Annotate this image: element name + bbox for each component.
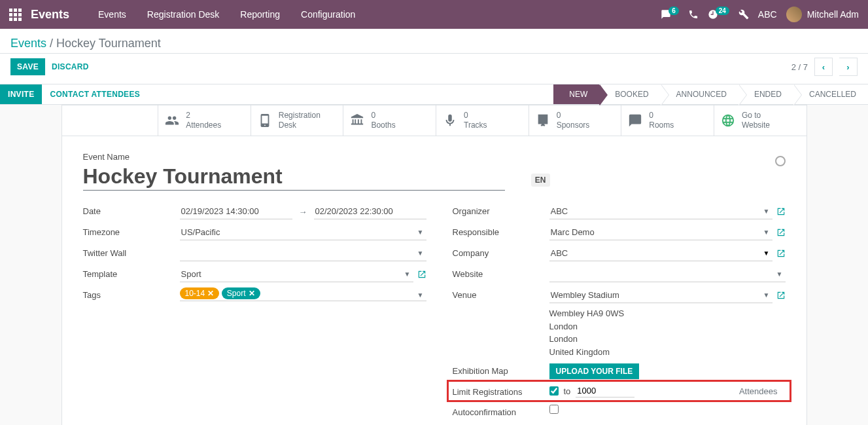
nav-reporting[interactable]: Reporting — [230, 1, 290, 28]
venue-address: Wembley HA9 0WS London London United Kin… — [549, 307, 786, 358]
control-panel-bottom: SAVE DISCARD 2 / 7 ‹ › — [0, 54, 868, 84]
microphone-icon — [443, 113, 457, 128]
venue-select[interactable]: ▼ — [549, 287, 773, 303]
header-right: 6 24 ABC Mitchell Adm — [661, 7, 859, 22]
activities-badge: 24 — [716, 7, 729, 15]
website-label: Website — [453, 267, 549, 279]
event-name-input[interactable] — [83, 163, 505, 191]
apps-icon[interactable] — [9, 9, 22, 21]
top-navbar: Events Events Registration Desk Reportin… — [0, 0, 868, 29]
venue-label: Venue — [453, 287, 549, 300]
breadcrumb: Events / Hockey Tournament — [10, 37, 858, 50]
discard-button[interactable]: DISCARD — [45, 58, 95, 75]
company-select[interactable]: ▼ — [549, 246, 773, 261]
stat-row: 2Attendees RegistrationDesk 0Booths 0Tra… — [62, 105, 807, 136]
timezone-label: Timezone — [83, 225, 180, 237]
bank-icon — [350, 113, 364, 128]
stage-announced[interactable]: ANNOUNCED — [661, 84, 738, 104]
stat-booths[interactable]: 0Booths — [343, 105, 436, 136]
organizer-label: Organizer — [453, 204, 549, 216]
date-start-input[interactable] — [180, 204, 292, 219]
stage-cancelled[interactable]: CANCELLED — [793, 84, 868, 104]
limit-value-input[interactable] — [576, 384, 634, 397]
kanban-state-icon[interactable] — [775, 156, 786, 166]
date-label: Date — [83, 204, 180, 216]
stat-rooms[interactable]: 0Rooms — [621, 105, 714, 136]
template-select[interactable]: ▼ — [180, 267, 413, 282]
external-link-icon[interactable] — [776, 228, 786, 237]
external-link-icon[interactable] — [776, 291, 786, 300]
responsible-select[interactable]: ▼ — [549, 225, 773, 240]
mobile-icon — [258, 113, 272, 128]
stat-tracks[interactable]: 0Tracks — [436, 105, 529, 136]
external-link-icon[interactable] — [417, 270, 426, 279]
messages-badge: 6 — [668, 7, 679, 15]
activities-icon[interactable]: 24 — [708, 9, 729, 20]
stat-registration-desk[interactable]: RegistrationDesk — [251, 105, 343, 136]
tag[interactable]: 10-14 ✕ — [180, 287, 220, 299]
stat-sponsors[interactable]: 0Sponsors — [529, 105, 621, 136]
organizer-select[interactable]: ▼ — [549, 204, 773, 219]
form-sheet: 2Attendees RegistrationDesk 0Booths 0Tra… — [61, 105, 807, 425]
tag-remove-icon[interactable]: ✕ — [249, 289, 255, 298]
stage-flow: NEW BOOKED ANNOUNCED ENDED CANCELLED — [553, 84, 868, 104]
external-link-icon[interactable] — [776, 249, 786, 258]
nav-registration-desk[interactable]: Registration Desk — [137, 1, 230, 28]
top-menu: Events Registration Desk Reporting Confi… — [88, 1, 366, 28]
globe-icon — [721, 113, 735, 128]
contact-attendees-button[interactable]: CONTACT ATTENDEES — [42, 84, 148, 104]
chat-icon — [628, 113, 642, 128]
pager: 2 / 7 ‹ › — [791, 58, 858, 76]
user-name: Mitchell Adm — [807, 9, 859, 20]
limit-registrations-highlight: Limit Registrations to Attendees — [447, 380, 791, 402]
external-link-icon[interactable] — [776, 207, 786, 216]
limit-to-text: to — [564, 386, 571, 396]
pager-next[interactable]: › — [839, 58, 858, 76]
stat-attendees[interactable]: 2Attendees — [158, 105, 251, 136]
stat-website[interactable]: Go toWebsite — [714, 105, 807, 136]
tag[interactable]: Sport ✕ — [222, 287, 260, 299]
upload-file-button[interactable]: UPLOAD YOUR FILE — [549, 363, 640, 379]
avatar — [786, 7, 802, 22]
company-switcher[interactable]: ABC — [758, 9, 777, 20]
user-menu[interactable]: Mitchell Adm — [786, 7, 859, 22]
autoconfirmation-checkbox[interactable] — [549, 405, 559, 414]
save-button[interactable]: SAVE — [10, 58, 45, 75]
arrow-right-icon: → — [296, 207, 310, 217]
template-label: Template — [83, 267, 180, 279]
people-icon — [165, 113, 179, 128]
nav-events[interactable]: Events — [88, 1, 137, 28]
status-bar: INVITE CONTACT ATTENDEES NEW BOOKED ANNO… — [0, 84, 868, 105]
exhibition-map-label: Exhibition Map — [453, 363, 549, 376]
breadcrumb-current: Hockey Tournament — [56, 37, 161, 50]
autoconfirmation-label: Autoconfirmation — [453, 405, 549, 417]
timezone-select[interactable]: ▼ — [180, 225, 426, 240]
twitter-wall-label: Twitter Wall — [83, 246, 180, 258]
blank-stat — [62, 105, 158, 136]
date-end-input[interactable] — [314, 204, 426, 219]
stage-new[interactable]: NEW — [553, 84, 599, 104]
app-title: Events — [31, 8, 69, 22]
limit-registrations-checkbox[interactable] — [549, 386, 559, 396]
control-panel-top: Events / Hockey Tournament — [0, 29, 868, 54]
blackboard-icon — [536, 113, 550, 128]
limit-suffix: Attendees — [739, 386, 778, 396]
company-label: Company — [453, 246, 549, 258]
debug-icon[interactable] — [738, 9, 749, 20]
stage-booked[interactable]: BOOKED — [599, 84, 660, 104]
lang-badge[interactable]: EN — [531, 174, 550, 187]
pager-text[interactable]: 2 / 7 — [791, 62, 808, 72]
responsible-label: Responsible — [453, 225, 549, 237]
tag-remove-icon[interactable]: ✕ — [207, 289, 214, 298]
limit-registrations-label: Limit Registrations — [453, 384, 549, 397]
tags-input[interactable]: 10-14 ✕ Sport ✕ ▼ — [180, 287, 426, 301]
phone-icon[interactable] — [688, 9, 699, 20]
tags-label: Tags — [83, 287, 180, 300]
invite-button[interactable]: INVITE — [0, 84, 42, 104]
website-select[interactable]: ▼ — [549, 267, 786, 282]
twitter-wall-select[interactable]: ▼ — [180, 246, 426, 261]
messages-icon[interactable]: 6 — [661, 9, 679, 20]
nav-configuration[interactable]: Configuration — [290, 1, 366, 28]
breadcrumb-root[interactable]: Events — [10, 37, 46, 50]
pager-prev[interactable]: ‹ — [814, 58, 833, 76]
